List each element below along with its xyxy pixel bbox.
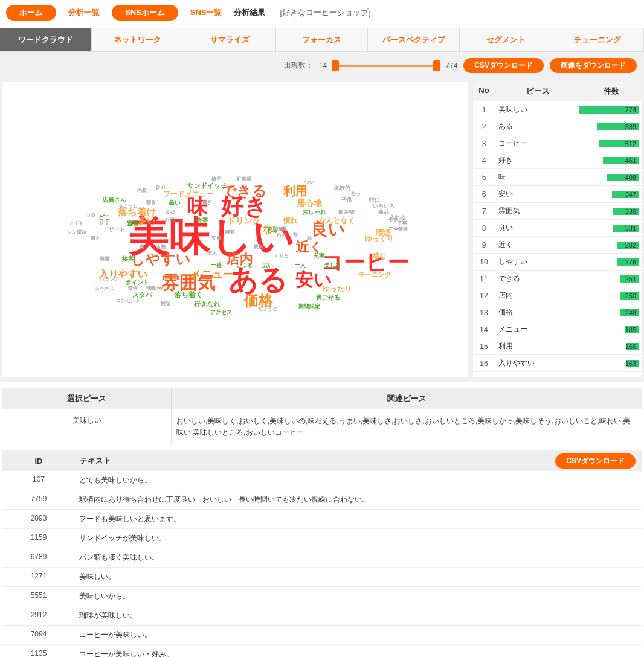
sns-home-button[interactable]: SNSホーム — [112, 5, 178, 21]
rank-row[interactable]: 14メニュー185 — [473, 321, 642, 338]
cloud-word[interactable]: 過ごせる — [316, 295, 340, 301]
cloud-word[interactable]: 多い — [138, 216, 155, 225]
cloud-word[interactable]: 香り — [155, 185, 166, 191]
rank-row[interactable]: 13価格248 — [473, 304, 642, 321]
cloud-word[interactable]: 期間限定 — [298, 304, 320, 309]
text-row[interactable]: 6789パン類も凄く美味しい。 — [2, 548, 642, 568]
cloud-word[interactable]: 飲み物 — [338, 209, 355, 214]
cloud-word[interactable]: 椅子 — [211, 177, 221, 182]
cloud-word[interactable]: 朝食 — [146, 200, 156, 205]
cloud-word[interactable]: 昔 — [293, 233, 298, 238]
cloud-word[interactable]: 近く — [296, 240, 323, 254]
cloud-word[interactable]: 雑誌 — [161, 301, 170, 306]
cloud-word[interactable]: 落ち着け — [118, 207, 156, 217]
text-row[interactable]: 1135コーヒーが美味しい・好み。 — [2, 645, 642, 657]
cloud-word[interactable]: くれる — [274, 254, 289, 258]
cloud-word[interactable]: 高い — [169, 200, 181, 206]
sns-list-link[interactable]: SNS一覧 — [190, 7, 222, 18]
cloud-word[interactable]: 買い物 — [149, 286, 163, 291]
cloud-word[interactable]: 友人 — [207, 251, 217, 255]
cloud-word[interactable]: 客層 — [211, 236, 221, 241]
cloud-word[interactable]: 居心地 — [297, 199, 322, 207]
cloud-word[interactable]: コンセント — [116, 298, 140, 303]
cloud-word[interactable]: サンドイッチ — [187, 182, 227, 188]
texts-csv-download-button[interactable]: CSVダウンロード — [555, 453, 636, 469]
cloud-word[interactable]: 味 — [187, 196, 208, 216]
text-row[interactable]: 7759駅構内にあり待ち合わせに丁度良い おいしい 長い時間いても冷たい視線に合… — [2, 490, 642, 510]
rank-row[interactable]: 11できる251 — [473, 271, 642, 287]
rank-row[interactable]: 1美味しい774 — [473, 101, 642, 118]
cloud-word[interactable]: 一番 — [211, 262, 222, 268]
rank-row[interactable]: 12店内250 — [473, 287, 642, 304]
cloud-word[interactable]: ちょうど — [258, 307, 277, 312]
cloud-word[interactable]: 商品 — [378, 209, 389, 214]
rank-row[interactable]: 17ない162 — [473, 372, 642, 377]
text-row[interactable]: 107とても美味しいから。 — [2, 471, 642, 490]
cloud-word[interactable]: 駐車場 — [237, 177, 251, 182]
cloud-word[interactable]: いつも — [236, 262, 253, 268]
tab-5[interactable]: セグメント — [460, 28, 552, 51]
tab-6[interactable]: チューニング — [552, 28, 644, 51]
cloud-word[interactable]: 比較的 — [334, 185, 350, 191]
cloud-word[interactable]: 一人 — [295, 262, 306, 268]
cloud-word[interactable]: 食事 — [196, 217, 208, 223]
cloud-word[interactable]: ちょっと — [118, 204, 138, 208]
cloud-word[interactable]: 清潔 — [277, 227, 286, 232]
cloud-word[interactable]: 注文 — [100, 221, 109, 226]
cloud-word[interactable]: 安定 — [388, 218, 398, 223]
home-button[interactable]: ホーム — [6, 5, 56, 21]
cloud-word[interactable]: 自分 — [277, 233, 286, 238]
text-row[interactable]: 2912珈琲が美味しい。 — [2, 606, 642, 626]
cloud-word[interactable]: ゆったり — [323, 285, 352, 292]
tab-1[interactable]: ネットワーク — [92, 28, 184, 51]
cloud-word[interactable]: 長居 — [267, 227, 278, 232]
cloud-word[interactable]: 対応 — [165, 218, 175, 223]
cloud-word[interactable]: 店員さん — [102, 197, 126, 203]
cloud-word[interactable]: スペース — [95, 286, 114, 291]
cloud-word[interactable]: 広い — [262, 262, 273, 268]
cloud-word[interactable]: 席 — [140, 245, 144, 249]
cloud-word[interactable]: デザート — [103, 227, 125, 232]
cloud-word[interactable]: どこ — [98, 214, 111, 220]
rank-row[interactable]: 7雰囲気339 — [473, 203, 642, 220]
cloud-word[interactable]: 充実 — [313, 253, 325, 259]
cloud-word[interactable]: 場所 — [202, 200, 212, 205]
text-row[interactable]: 7094コーヒーが美味しい。 — [2, 626, 642, 645]
cloud-word[interactable]: つい — [304, 180, 314, 185]
rank-row[interactable]: 10しやすい276 — [473, 254, 642, 271]
rank-row[interactable]: 16入りやすい163 — [473, 355, 642, 372]
cloud-word[interactable]: 合っ — [351, 191, 361, 196]
cloud-word[interactable]: 楽しみ — [324, 262, 341, 268]
cloud-word[interactable]: モーニング — [358, 271, 391, 277]
rank-row[interactable]: 2ある539 — [473, 118, 642, 135]
cloud-word[interactable]: 利用 — [283, 185, 308, 197]
cloud-word[interactable]: 職場 — [100, 257, 109, 261]
cloud-word[interactable]: 出る — [86, 213, 95, 217]
tab-2[interactable]: サマライズ — [184, 28, 276, 51]
cloud-word[interactable]: アクセス — [210, 310, 232, 315]
cloud-word[interactable]: シンプル — [67, 230, 86, 235]
cloud-word[interactable]: 行きなれ — [194, 300, 221, 307]
cloud-word[interactable]: 禁煙 — [128, 286, 138, 291]
tab-3[interactable]: フォーカス — [276, 28, 368, 51]
cloud-word[interactable]: できる — [222, 184, 267, 198]
text-row[interactable]: 1159サンドイッチが美味しい。 — [2, 529, 642, 548]
text-row[interactable]: 2093フードも美味しいと思います。 — [2, 510, 642, 529]
cloud-word[interactable]: 落ち着く — [174, 291, 203, 298]
cloud-word[interactable]: ドリンク — [227, 216, 261, 225]
rank-row[interactable]: 6安い347 — [473, 186, 642, 203]
rank-row[interactable]: 4好き461 — [473, 152, 642, 169]
text-row[interactable]: 5551美味しいから。 — [2, 587, 642, 606]
cloud-word[interactable]: 品 — [307, 236, 312, 241]
cloud-word[interactable]: とても — [69, 221, 84, 226]
cloud-word[interactable]: しやすい — [130, 252, 191, 266]
cloud-word[interactable]: ある — [229, 265, 288, 294]
cloud-word[interactable]: 豊富 — [127, 220, 139, 226]
cloud-word[interactable]: 店舗 — [156, 245, 166, 249]
rank-row[interactable]: 9近く282 — [473, 237, 642, 254]
cloud-word[interactable]: 接客 — [122, 256, 134, 262]
text-row[interactable]: 1271美味しい。 — [2, 568, 642, 587]
tab-0[interactable]: ワードクラウド — [0, 28, 92, 51]
image-download-button[interactable]: 画像をダウンロード — [550, 58, 637, 73]
rank-row[interactable]: 15利用166 — [473, 338, 642, 355]
